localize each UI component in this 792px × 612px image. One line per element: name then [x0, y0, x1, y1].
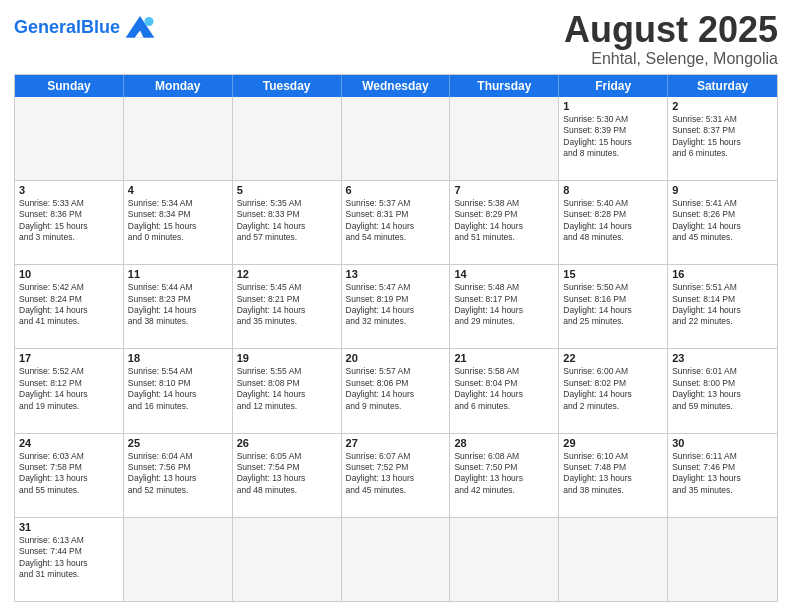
logo-icon — [122, 12, 158, 40]
day-info: Sunrise: 5:33 AM Sunset: 8:36 PM Dayligh… — [19, 198, 119, 244]
day-number: 20 — [346, 352, 446, 364]
day-cell-14: 14Sunrise: 5:48 AM Sunset: 8:17 PM Dayli… — [450, 265, 559, 348]
day-info: Sunrise: 5:37 AM Sunset: 8:31 PM Dayligh… — [346, 198, 446, 244]
day-info: Sunrise: 5:45 AM Sunset: 8:21 PM Dayligh… — [237, 282, 337, 328]
day-number: 15 — [563, 268, 663, 280]
empty-cell-5-6 — [668, 518, 777, 601]
day-number: 2 — [672, 100, 773, 112]
weekday-header-friday: Friday — [559, 75, 668, 97]
weekday-header-saturday: Saturday — [668, 75, 777, 97]
day-info: Sunrise: 6:08 AM Sunset: 7:50 PM Dayligh… — [454, 451, 554, 497]
day-number: 25 — [128, 437, 228, 449]
day-number: 24 — [19, 437, 119, 449]
calendar: SundayMondayTuesdayWednesdayThursdayFrid… — [14, 74, 778, 602]
day-info: Sunrise: 6:04 AM Sunset: 7:56 PM Dayligh… — [128, 451, 228, 497]
day-cell-2: 2Sunrise: 5:31 AM Sunset: 8:37 PM Daylig… — [668, 97, 777, 180]
day-number: 5 — [237, 184, 337, 196]
day-info: Sunrise: 5:58 AM Sunset: 8:04 PM Dayligh… — [454, 366, 554, 412]
day-info: Sunrise: 6:10 AM Sunset: 7:48 PM Dayligh… — [563, 451, 663, 497]
day-number: 26 — [237, 437, 337, 449]
day-cell-24: 24Sunrise: 6:03 AM Sunset: 7:58 PM Dayli… — [15, 434, 124, 517]
empty-cell-5-2 — [233, 518, 342, 601]
day-cell-5: 5Sunrise: 5:35 AM Sunset: 8:33 PM Daylig… — [233, 181, 342, 264]
empty-cell-0-1 — [124, 97, 233, 180]
calendar-row-4: 24Sunrise: 6:03 AM Sunset: 7:58 PM Dayli… — [15, 433, 777, 517]
empty-cell-5-5 — [559, 518, 668, 601]
calendar-row-1: 3Sunrise: 5:33 AM Sunset: 8:36 PM Daylig… — [15, 180, 777, 264]
day-info: Sunrise: 6:05 AM Sunset: 7:54 PM Dayligh… — [237, 451, 337, 497]
day-info: Sunrise: 5:34 AM Sunset: 8:34 PM Dayligh… — [128, 198, 228, 244]
day-cell-28: 28Sunrise: 6:08 AM Sunset: 7:50 PM Dayli… — [450, 434, 559, 517]
subtitle: Enhtal, Selenge, Mongolia — [564, 50, 778, 68]
day-info: Sunrise: 5:30 AM Sunset: 8:39 PM Dayligh… — [563, 114, 663, 160]
main-title: August 2025 — [564, 10, 778, 50]
day-info: Sunrise: 6:01 AM Sunset: 8:00 PM Dayligh… — [672, 366, 773, 412]
day-cell-29: 29Sunrise: 6:10 AM Sunset: 7:48 PM Dayli… — [559, 434, 668, 517]
day-number: 13 — [346, 268, 446, 280]
day-info: Sunrise: 5:40 AM Sunset: 8:28 PM Dayligh… — [563, 198, 663, 244]
day-cell-30: 30Sunrise: 6:11 AM Sunset: 7:46 PM Dayli… — [668, 434, 777, 517]
day-cell-1: 1Sunrise: 5:30 AM Sunset: 8:39 PM Daylig… — [559, 97, 668, 180]
empty-cell-5-4 — [450, 518, 559, 601]
day-number: 27 — [346, 437, 446, 449]
day-number: 19 — [237, 352, 337, 364]
weekday-header-tuesday: Tuesday — [233, 75, 342, 97]
day-number: 29 — [563, 437, 663, 449]
day-cell-6: 6Sunrise: 5:37 AM Sunset: 8:31 PM Daylig… — [342, 181, 451, 264]
calendar-row-0: 1Sunrise: 5:30 AM Sunset: 8:39 PM Daylig… — [15, 97, 777, 180]
day-cell-7: 7Sunrise: 5:38 AM Sunset: 8:29 PM Daylig… — [450, 181, 559, 264]
day-cell-22: 22Sunrise: 6:00 AM Sunset: 8:02 PM Dayli… — [559, 349, 668, 432]
day-number: 23 — [672, 352, 773, 364]
day-info: Sunrise: 5:35 AM Sunset: 8:33 PM Dayligh… — [237, 198, 337, 244]
weekday-header-thursday: Thursday — [450, 75, 559, 97]
day-number: 1 — [563, 100, 663, 112]
day-number: 17 — [19, 352, 119, 364]
empty-cell-0-2 — [233, 97, 342, 180]
day-cell-20: 20Sunrise: 5:57 AM Sunset: 8:06 PM Dayli… — [342, 349, 451, 432]
header: GeneralBlue August 2025 Enhtal, Selenge,… — [14, 10, 778, 68]
day-number: 9 — [672, 184, 773, 196]
day-number: 10 — [19, 268, 119, 280]
day-info: Sunrise: 6:00 AM Sunset: 8:02 PM Dayligh… — [563, 366, 663, 412]
logo-text: GeneralBlue — [14, 17, 120, 38]
weekday-header-sunday: Sunday — [15, 75, 124, 97]
empty-cell-0-3 — [342, 97, 451, 180]
day-cell-19: 19Sunrise: 5:55 AM Sunset: 8:08 PM Dayli… — [233, 349, 342, 432]
day-info: Sunrise: 5:50 AM Sunset: 8:16 PM Dayligh… — [563, 282, 663, 328]
day-number: 30 — [672, 437, 773, 449]
day-cell-3: 3Sunrise: 5:33 AM Sunset: 8:36 PM Daylig… — [15, 181, 124, 264]
calendar-header: SundayMondayTuesdayWednesdayThursdayFrid… — [15, 75, 777, 97]
calendar-body: 1Sunrise: 5:30 AM Sunset: 8:39 PM Daylig… — [15, 97, 777, 601]
day-info: Sunrise: 5:31 AM Sunset: 8:37 PM Dayligh… — [672, 114, 773, 160]
calendar-row-5: 31Sunrise: 6:13 AM Sunset: 7:44 PM Dayli… — [15, 517, 777, 601]
day-info: Sunrise: 5:41 AM Sunset: 8:26 PM Dayligh… — [672, 198, 773, 244]
day-info: Sunrise: 5:51 AM Sunset: 8:14 PM Dayligh… — [672, 282, 773, 328]
day-info: Sunrise: 6:07 AM Sunset: 7:52 PM Dayligh… — [346, 451, 446, 497]
day-info: Sunrise: 5:57 AM Sunset: 8:06 PM Dayligh… — [346, 366, 446, 412]
day-info: Sunrise: 6:03 AM Sunset: 7:58 PM Dayligh… — [19, 451, 119, 497]
svg-point-2 — [145, 17, 154, 26]
day-cell-9: 9Sunrise: 5:41 AM Sunset: 8:26 PM Daylig… — [668, 181, 777, 264]
day-number: 16 — [672, 268, 773, 280]
day-info: Sunrise: 5:42 AM Sunset: 8:24 PM Dayligh… — [19, 282, 119, 328]
day-cell-10: 10Sunrise: 5:42 AM Sunset: 8:24 PM Dayli… — [15, 265, 124, 348]
day-cell-8: 8Sunrise: 5:40 AM Sunset: 8:28 PM Daylig… — [559, 181, 668, 264]
day-number: 6 — [346, 184, 446, 196]
day-number: 11 — [128, 268, 228, 280]
calendar-row-2: 10Sunrise: 5:42 AM Sunset: 8:24 PM Dayli… — [15, 264, 777, 348]
day-number: 18 — [128, 352, 228, 364]
day-cell-15: 15Sunrise: 5:50 AM Sunset: 8:16 PM Dayli… — [559, 265, 668, 348]
day-number: 14 — [454, 268, 554, 280]
weekday-header-monday: Monday — [124, 75, 233, 97]
day-number: 21 — [454, 352, 554, 364]
day-number: 3 — [19, 184, 119, 196]
day-cell-23: 23Sunrise: 6:01 AM Sunset: 8:00 PM Dayli… — [668, 349, 777, 432]
day-cell-26: 26Sunrise: 6:05 AM Sunset: 7:54 PM Dayli… — [233, 434, 342, 517]
day-cell-17: 17Sunrise: 5:52 AM Sunset: 8:12 PM Dayli… — [15, 349, 124, 432]
day-number: 7 — [454, 184, 554, 196]
day-cell-25: 25Sunrise: 6:04 AM Sunset: 7:56 PM Dayli… — [124, 434, 233, 517]
day-info: Sunrise: 5:52 AM Sunset: 8:12 PM Dayligh… — [19, 366, 119, 412]
logo: GeneralBlue — [14, 14, 158, 40]
weekday-header-wednesday: Wednesday — [342, 75, 451, 97]
day-cell-12: 12Sunrise: 5:45 AM Sunset: 8:21 PM Dayli… — [233, 265, 342, 348]
